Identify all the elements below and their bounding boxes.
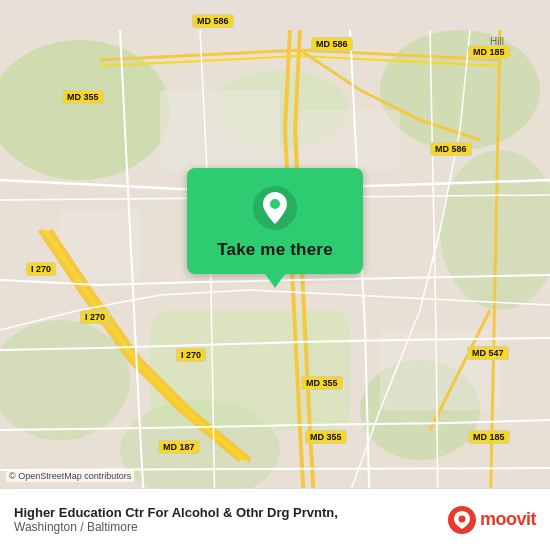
moovit-icon xyxy=(448,506,476,534)
moovit-logo: moovit xyxy=(448,506,536,534)
moovit-wordmark: moovit xyxy=(480,509,536,530)
place-region: Washington / Baltimore xyxy=(14,520,438,534)
road-badge-md586_top: MD 586 xyxy=(192,14,234,28)
take-me-there-button[interactable]: Take me there xyxy=(217,240,333,260)
place-name: Higher Education Ctr For Alcohol & Othr … xyxy=(14,505,438,520)
road-badge-i270_left2: I 270 xyxy=(80,310,110,324)
road-badge-md185_bot: MD 185 xyxy=(468,430,510,444)
road-badge-md355_bot: MD 355 xyxy=(301,376,343,390)
road-badge-i270_left: I 270 xyxy=(26,262,56,276)
svg-point-15 xyxy=(270,199,280,209)
green-card: Take me there xyxy=(187,168,363,274)
location-pin-icon xyxy=(253,186,297,230)
copyright-notice: © OpenStreetMap contributors xyxy=(6,470,134,482)
place-info: Higher Education Ctr For Alcohol & Othr … xyxy=(14,505,438,534)
svg-rect-9 xyxy=(160,90,280,170)
svg-point-17 xyxy=(458,515,465,522)
road-badge-i270_mid: I 270 xyxy=(176,348,206,362)
svg-rect-12 xyxy=(380,330,500,410)
cta-overlay[interactable]: Take me there xyxy=(125,168,425,288)
map-container: Hill MD 586MD 586MD 185MD 355MD 586I 270… xyxy=(0,0,550,550)
road-badge-md355_tl: MD 355 xyxy=(62,90,104,104)
road-badge-md547: MD 547 xyxy=(467,346,509,360)
callout-arrow xyxy=(265,274,285,288)
road-badge-md187: MD 187 xyxy=(158,440,200,454)
road-badge-md355_bot2: MD 355 xyxy=(305,430,347,444)
road-badge-md586_mid: MD 586 xyxy=(430,142,472,156)
road-badge-md586_top2: MD 586 xyxy=(311,37,353,51)
road-badge-md185_tr: MD 185 xyxy=(468,45,510,59)
svg-rect-10 xyxy=(300,110,400,170)
bottom-info-bar: Higher Education Ctr For Alcohol & Othr … xyxy=(0,488,550,550)
